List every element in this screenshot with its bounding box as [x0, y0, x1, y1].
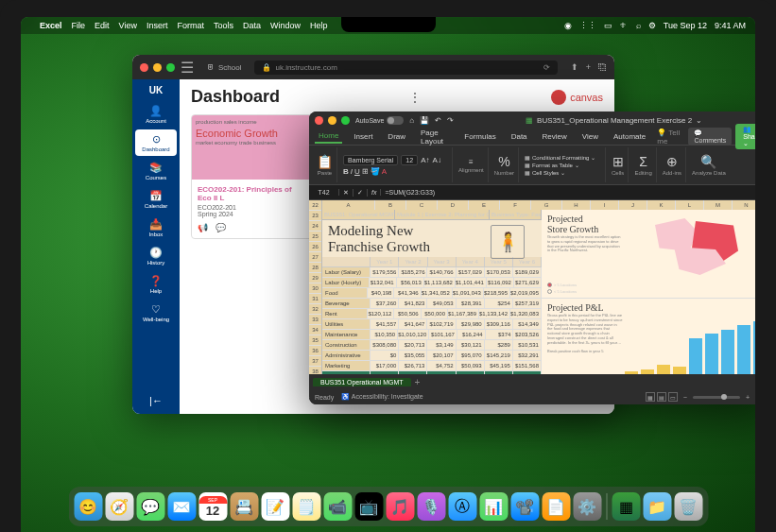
menu-view[interactable]: View [119, 21, 137, 30]
redo-icon[interactable]: ↷ [447, 116, 454, 125]
dock-keynote[interactable]: 📽️ [510, 492, 539, 521]
search-icon[interactable]: ⌕ [636, 21, 641, 30]
tabs-icon[interactable]: ⿻ [598, 62, 607, 72]
dock-numbers[interactable]: 📊 [479, 492, 508, 521]
dock-reminders[interactable]: 📝 [261, 492, 289, 521]
tab-formulas[interactable]: Formulas [460, 130, 499, 143]
fx-label[interactable]: fx [368, 189, 381, 196]
fontsize-select[interactable]: 12 [401, 155, 418, 165]
dock-settings[interactable]: ⚙️ [573, 492, 601, 521]
sidebar-item-history[interactable]: 🕐History [135, 243, 177, 269]
tellme-search[interactable]: 💡 Tell me [657, 129, 681, 146]
sidebar-collapse-icon[interactable]: |← [149, 395, 163, 406]
dock-downloads[interactable]: 📁 [643, 492, 671, 521]
dock-trash[interactable]: 🗑️ [674, 492, 702, 521]
page-layout-icon[interactable]: ▤ [657, 392, 666, 402]
font-select[interactable]: Bamberg Serial [343, 155, 398, 165]
dock-messages[interactable]: 💬 [136, 492, 164, 521]
formula-input[interactable]: =SUM(G23:G33) [381, 189, 439, 196]
wifi-icon[interactable]: ᯤ [620, 21, 629, 30]
underline-button[interactable]: U [354, 167, 360, 176]
sidebar-item-dashboard[interactable]: ⊙Dashboard [135, 129, 177, 156]
dock-tv[interactable]: 📺 [354, 492, 383, 521]
menu-file[interactable]: File [72, 21, 86, 30]
dock-safari[interactable]: 🧭 [105, 492, 133, 521]
conditional-formatting[interactable]: ▦Conditional Formatting ⌄ [525, 154, 595, 161]
control-center-icon[interactable]: ⚙ [648, 21, 656, 30]
zoom-slider[interactable] [693, 396, 740, 399]
dock-facetime[interactable]: 📹 [323, 492, 352, 521]
tab-review[interactable]: Review [539, 130, 571, 143]
italic-button[interactable]: I [351, 167, 353, 176]
sheet-tab[interactable]: BUS351 Operational MGMT [313, 378, 411, 386]
dock-finder[interactable]: 😊 [74, 492, 102, 521]
menu-tools[interactable]: Tools [214, 21, 233, 30]
tab-insert[interactable]: Insert [350, 130, 376, 143]
battery-icon[interactable]: ▭ [604, 21, 612, 30]
dock-excel[interactable]: ▦ [612, 492, 640, 521]
comments-button[interactable]: 💬 Comments [688, 128, 732, 146]
menu-format[interactable]: Format [177, 21, 204, 30]
menubar-app[interactable]: Excel [40, 21, 62, 30]
sidebar-item-calendar[interactable]: 📅Calendar [135, 186, 177, 213]
menu-edit[interactable]: Edit [95, 21, 110, 30]
close-button[interactable] [140, 63, 148, 72]
reload-icon[interactable]: ⟳ [543, 63, 550, 72]
cell-reference[interactable]: T42 [309, 189, 339, 196]
fill-color-icon[interactable]: 🪣 [371, 167, 380, 176]
maximize-button[interactable] [166, 63, 175, 72]
menubar-date[interactable]: Tue Sep 12 [664, 21, 707, 30]
tab-home[interactable]: Home [315, 129, 342, 144]
worksheet[interactable]: 22232425262728293031323334353637383940 A… [309, 200, 755, 387]
tab-draw[interactable]: Draw [384, 130, 409, 143]
accessibility-status[interactable]: ♿ Accessibility: Investigate [341, 393, 422, 401]
sidebar-item-courses[interactable]: 📚Courses [135, 158, 177, 184]
maximize-button[interactable] [341, 116, 350, 125]
tab-view[interactable]: View [578, 130, 602, 143]
addins-group[interactable]: ⊕ Add-ins [659, 147, 686, 182]
close-button[interactable] [315, 116, 323, 125]
home-icon[interactable]: ⌂ [409, 116, 414, 125]
decrease-font-icon[interactable]: A↓ [433, 156, 441, 164]
tab-automate[interactable]: Automate [610, 130, 649, 143]
confirm-icon[interactable]: ✓ [354, 189, 368, 197]
wifi-icon[interactable]: ◉ [564, 21, 572, 30]
add-sheet-button[interactable]: + [415, 377, 421, 387]
map-chart[interactable]: ProjectedStore Growth Growth strategy is… [542, 210, 755, 299]
dock-music[interactable]: 🎵 [386, 492, 414, 521]
bold-button[interactable]: B [343, 167, 349, 176]
discussions-icon[interactable]: 💬 [216, 223, 226, 232]
cells-group[interactable]: ⊞ Cells [608, 147, 629, 182]
zoom-in-icon[interactable]: + [746, 394, 750, 401]
browser-tab[interactable]: ⛨ School [207, 63, 241, 72]
dock-contacts[interactable]: 📇 [230, 492, 258, 521]
sidebar-toggle-icon[interactable]: ☰ [181, 59, 194, 77]
increase-font-icon[interactable]: A↑ [421, 156, 429, 164]
new-tab-icon[interactable]: + [586, 62, 591, 72]
menu-window[interactable]: Window [270, 21, 301, 30]
alignment-group[interactable]: ≡ Alignment [455, 147, 489, 182]
font-color-icon[interactable]: A [382, 167, 387, 176]
sidebar-item-help[interactable]: ❓Help [135, 271, 177, 298]
sidebar-item-wellbeing[interactable]: ♡Well-being [135, 300, 177, 326]
options-icon[interactable]: ⋮ [408, 90, 422, 105]
minimize-button[interactable] [153, 63, 162, 72]
cell-styles[interactable]: ▦Cell Styles ⌄ [525, 169, 595, 176]
share-button[interactable]: 👥 Share ⌄ [735, 124, 755, 149]
sidebar-item-inbox[interactable]: 📥Inbox [135, 215, 177, 241]
address-bar[interactable]: 🔒 uk.instructure.com ⟳ [254, 60, 557, 75]
normal-view-icon[interactable]: ▦ [646, 392, 655, 402]
dock-notes[interactable]: 🗒️ [292, 492, 320, 521]
analyze-group[interactable]: 🔍 Analyze Data [688, 147, 730, 182]
tab-data[interactable]: Data [508, 130, 531, 143]
wifi-signal-icon[interactable]: ⋮⋮ [579, 21, 596, 30]
tab-pagelayout[interactable]: Page Layout [417, 127, 453, 147]
dock-pages[interactable]: 📄 [542, 492, 570, 521]
announcements-icon[interactable]: 📢 [198, 223, 208, 232]
menu-insert[interactable]: Insert [147, 21, 168, 30]
sidebar-item-account[interactable]: 👤Account [135, 101, 177, 128]
cancel-icon[interactable]: ✕ [339, 189, 354, 197]
menu-help[interactable]: Help [310, 21, 328, 30]
course-card[interactable]: production sales income Economic Growth … [191, 114, 314, 239]
undo-icon[interactable]: ↶ [435, 116, 441, 125]
